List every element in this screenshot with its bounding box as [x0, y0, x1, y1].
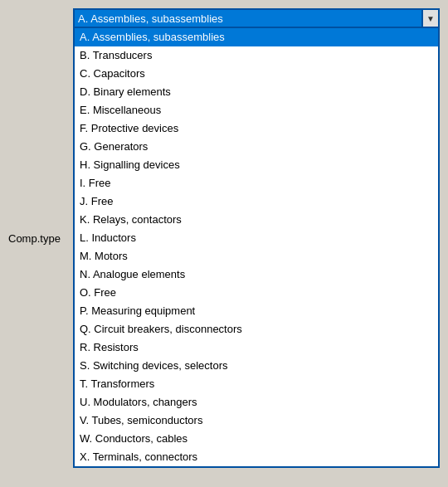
list-item[interactable]: L. Inductors	[75, 229, 438, 247]
list-item[interactable]: X. Terminals, connectors	[75, 448, 438, 466]
dropdown-arrow-icon[interactable]: ▼	[421, 8, 440, 28]
list-item[interactable]: W. Conductors, cables	[75, 430, 438, 448]
list-item[interactable]: G. Generators	[75, 138, 438, 156]
list-item[interactable]: D. Binary elements	[75, 83, 438, 101]
list-item[interactable]: N. Analogue elements	[75, 265, 438, 284]
list-item[interactable]: B. Transducers	[75, 46, 438, 65]
list-item[interactable]: P. Measuring equipment	[75, 302, 438, 320]
list-item[interactable]: S. Switching devices, selectors	[75, 357, 438, 375]
dropdown-list: A. Assemblies, subassembliesB. Transduce…	[73, 28, 440, 468]
select-value: A. Assemblies, subassemblies	[78, 12, 223, 25]
list-item[interactable]: K. Relays, contactors	[75, 211, 438, 229]
select-wrapper: A. Assemblies, subassemblies ▼ A. Assemb…	[73, 8, 440, 468]
list-item[interactable]: M. Motors	[75, 247, 438, 265]
list-item[interactable]: I. Free	[75, 174, 438, 192]
list-item[interactable]: Q. Circuit breakers, disconnectors	[75, 320, 438, 338]
list-item[interactable]: F. Protective devices	[75, 119, 438, 138]
list-item[interactable]: J. Free	[75, 192, 438, 211]
select-display[interactable]: A. Assemblies, subassemblies	[73, 8, 440, 28]
list-item[interactable]: C. Capacitors	[75, 65, 438, 83]
component-type-container: Comp.type A. Assemblies, subassemblies ▼…	[8, 8, 440, 468]
list-item[interactable]: A. Assemblies, subassemblies	[75, 28, 438, 46]
list-item[interactable]: V. Tubes, semiconductors	[75, 412, 438, 430]
list-item[interactable]: T. Transformers	[75, 375, 438, 393]
comp-type-label: Comp.type	[8, 232, 66, 245]
list-item[interactable]: R. Resistors	[75, 338, 438, 357]
list-item[interactable]: E. Miscellaneous	[75, 101, 438, 119]
comp-type-row: Comp.type A. Assemblies, subassemblies ▼…	[8, 8, 440, 468]
list-item[interactable]: O. Free	[75, 284, 438, 302]
list-item[interactable]: H. Signalling devices	[75, 156, 438, 174]
list-item[interactable]: U. Modulators, changers	[75, 393, 438, 412]
list-item[interactable]: Y. Electrically operated mechanical devi…	[75, 466, 438, 468]
